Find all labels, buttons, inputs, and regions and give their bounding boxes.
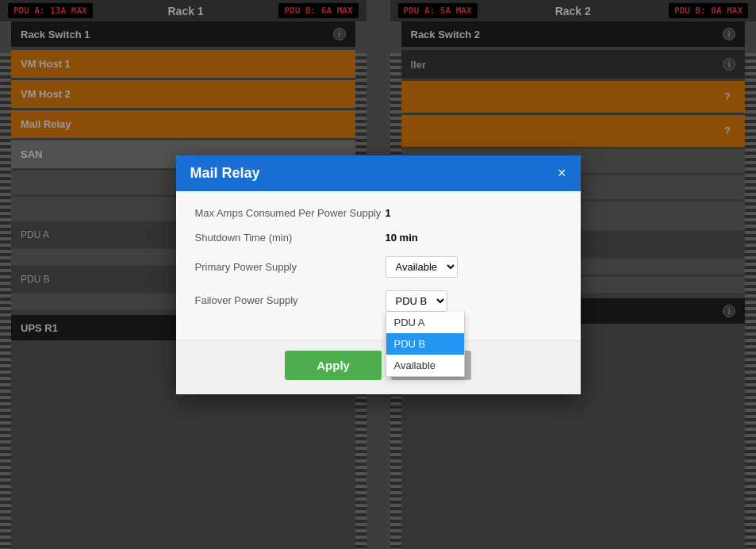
- modal-overlay: Mail Relay × Max Amps Consumed Per Power…: [0, 0, 756, 549]
- failover-dropdown-container: PDU B PDU A PDU B Available: [386, 290, 447, 312]
- modal-footer: Apply Reset: [176, 340, 581, 394]
- modal-header: Mail Relay ×: [176, 155, 581, 191]
- main-container: PDU A: 13A MAX Rack 1 PDU B: 6A MAX Rack…: [0, 0, 756, 549]
- mail-relay-modal: Mail Relay × Max Amps Consumed Per Power…: [176, 155, 581, 394]
- primary-label: Primary Power Supply: [195, 261, 386, 273]
- apply-button[interactable]: Apply: [285, 351, 382, 380]
- shutdown-label: Shutdown Time (min): [195, 232, 386, 244]
- max-amps-label: Max Amps Consumed Per Power Supply: [195, 207, 386, 219]
- failover-row: Failover Power Supply PDU B PDU A PDU B …: [195, 290, 562, 312]
- dropdown-option-available[interactable]: Available: [386, 355, 464, 376]
- primary-power-select[interactable]: Available: [386, 256, 458, 278]
- primary-row: Primary Power Supply Available: [195, 256, 562, 278]
- max-amps-row: Max Amps Consumed Per Power Supply 1: [195, 207, 562, 219]
- modal-title: Mail Relay: [190, 165, 260, 182]
- shutdown-row: Shutdown Time (min) 10 min: [195, 232, 562, 244]
- failover-power-select[interactable]: PDU B: [386, 290, 447, 312]
- failover-dropdown-open: PDU A PDU B Available: [386, 312, 465, 377]
- max-amps-value: 1: [386, 207, 391, 219]
- dropdown-option-pdua[interactable]: PDU A: [386, 312, 464, 333]
- failover-label: Failover Power Supply: [195, 290, 386, 306]
- shutdown-value: 10 min: [386, 232, 418, 244]
- modal-close-button[interactable]: ×: [558, 166, 566, 180]
- dropdown-option-pdub[interactable]: PDU B: [386, 333, 464, 355]
- modal-body: Max Amps Consumed Per Power Supply 1 Shu…: [176, 191, 581, 340]
